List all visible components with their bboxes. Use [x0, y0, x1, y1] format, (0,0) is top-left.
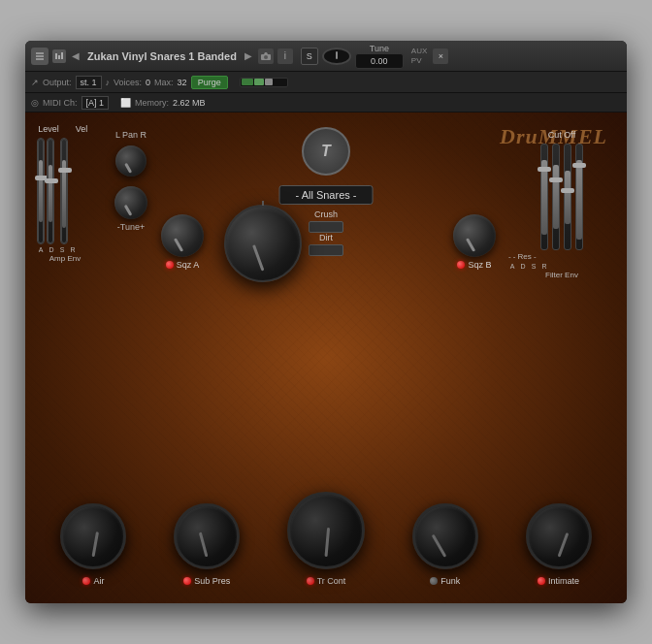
preset-label: - All Snares - [296, 189, 357, 201]
sqz-a-knob[interactable] [161, 214, 204, 257]
nav-arrow-left[interactable]: ◀ [72, 50, 80, 61]
sqz-b-dot [457, 261, 465, 269]
main-center-knob-area [224, 205, 302, 282]
right-controls: Cut Off [508, 124, 615, 279]
settings-icon[interactable] [31, 48, 49, 65]
logo-icon: T [321, 143, 331, 160]
level-label: Level [37, 124, 60, 134]
bottom-knobs-row: Air Sub Pres Tr Cont [25, 492, 627, 586]
sqz-a-dot [166, 261, 174, 269]
sub-pres-knob-item: Sub Pres [174, 503, 240, 586]
intimate-label: Intimate [548, 576, 579, 586]
tune-knob[interactable] [322, 48, 351, 65]
tr-cont-dot [307, 577, 314, 585]
fadsr-a: A [508, 263, 516, 270]
tune-knob-main[interactable] [114, 186, 147, 219]
midi-icon: ◎ [31, 98, 39, 108]
filter-env-label: Filter Env [508, 271, 615, 279]
tr-cont-label: Tr Cont [317, 576, 346, 586]
main-center-knob[interactable] [224, 205, 302, 282]
output-bar: ↗ Output: st. 1 ♪ Voices: 0 Max: 32 Purg… [25, 72, 627, 93]
cutoff-label: Cut Off [548, 130, 575, 140]
fadsr-r: R [540, 263, 548, 270]
pan-knob[interactable] [115, 145, 147, 177]
cutoff-slider-2[interactable] [552, 144, 560, 250]
svg-marker-8 [264, 52, 268, 54]
svg-rect-3 [55, 53, 57, 59]
dirt-area: Dirt [309, 233, 343, 256]
info-button[interactable]: i [277, 48, 293, 64]
tr-cont-knob-item: Tr Cont [287, 492, 365, 586]
level-slider[interactable] [37, 138, 45, 244]
adsr-a1: A [37, 246, 45, 253]
tr-cont-knob[interactable] [287, 492, 365, 569]
midi-item: ◎ MIDI Ch: [A] 1 ⬜ Memory: 2.62 MB [31, 96, 206, 110]
pan-tune-area: L Pan R -Tune+ [114, 124, 147, 232]
s-button[interactable]: S [301, 48, 318, 65]
dirt-toggle[interactable] [309, 244, 343, 256]
output-value[interactable]: st. 1 [76, 76, 102, 89]
tune-knob-label: -Tune+ [114, 222, 147, 232]
midi-value[interactable]: [A] 1 [82, 96, 110, 110]
crush-label: Crush [309, 209, 343, 219]
res-dash-left: - [508, 252, 511, 261]
max-value: 32 [178, 78, 187, 87]
sqz-b-area: Sqz B [453, 214, 496, 270]
sqz-b-knob[interactable] [453, 214, 496, 257]
output-icon: ↗ [31, 78, 39, 87]
crush-toggle[interactable] [309, 221, 343, 233]
funk-knob[interactable] [412, 503, 478, 569]
memory-icon: ⬜ [120, 98, 131, 108]
intimate-dot [538, 577, 545, 585]
close-button[interactable]: × [433, 48, 448, 64]
camera-button[interactable] [258, 48, 274, 64]
sub-pres-knob[interactable] [174, 503, 240, 569]
vel-slider[interactable] [60, 138, 68, 244]
purge-button[interactable]: Purge [191, 76, 228, 89]
midi-label: MIDI Ch: [43, 98, 78, 108]
main-content: DruMMEL Level Vel [25, 113, 627, 603]
svg-point-7 [264, 55, 268, 59]
output-label: Output: [43, 78, 72, 87]
cutoff-slider-4[interactable] [575, 144, 583, 250]
nav-arrow-right[interactable]: ▶ [244, 50, 252, 61]
res-label: - Res - [513, 252, 537, 261]
memory-label: Memory: [135, 98, 169, 108]
svg-rect-4 [58, 55, 60, 59]
funk-dot [430, 577, 438, 585]
sub-pres-label: Sub Pres [194, 576, 230, 586]
cutoff-slider-3[interactable] [564, 144, 571, 250]
tune-label: Tune [370, 44, 389, 53]
sub-pres-dot [183, 577, 191, 585]
plugin-window: ◀ Zukan Vinyl Snares 1 Banded ▶ i S Tune… [25, 41, 627, 603]
adsr-d1: D [48, 246, 55, 253]
voices-value: 0 [146, 78, 150, 87]
top-bar: ◀ Zukan Vinyl Snares 1 Banded ▶ i S Tune… [25, 41, 627, 72]
vel-label: Vel [70, 124, 93, 134]
level-slider-2[interactable] [47, 138, 54, 244]
intimate-knob[interactable] [526, 503, 592, 569]
sqz-a-area: Sqz A [161, 214, 204, 270]
dirt-label: Dirt [309, 233, 343, 242]
voices-label: Voices: [114, 78, 142, 87]
pan-label: L Pan R [115, 130, 147, 140]
preset-title: Zukan Vinyl Snares 1 Banded [87, 50, 237, 62]
fadsr-d: D [519, 263, 527, 270]
level-meter [240, 78, 288, 87]
sqz-a-label: Sqz A [177, 260, 200, 270]
cutoff-slider-1[interactable] [540, 144, 548, 250]
preset-selector[interactable]: - All Snares - [279, 185, 374, 205]
bars-icon [52, 49, 66, 63]
air-label: Air [93, 576, 104, 586]
air-knob-item: Air [60, 503, 126, 586]
sqz-b-label: Sqz B [468, 260, 491, 270]
midi-bar: ◎ MIDI Ch: [A] 1 ⬜ Memory: 2.62 MB [25, 93, 627, 113]
memory-value: 2.62 MB [173, 98, 206, 108]
air-knob[interactable] [60, 503, 126, 569]
funk-knob-item: Funk [412, 503, 478, 586]
left-controls: Level Vel [37, 124, 93, 263]
amp-env-label: Amp Env [37, 254, 93, 263]
svg-rect-5 [61, 52, 63, 59]
funk-label: Funk [440, 576, 460, 586]
adsr-s1: S [58, 246, 66, 253]
